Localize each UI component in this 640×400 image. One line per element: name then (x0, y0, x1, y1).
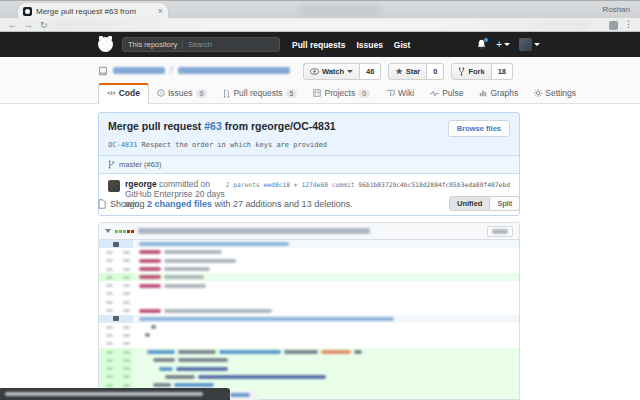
github-logo-icon[interactable] (98, 37, 113, 52)
star-button[interactable]: ★ Star (388, 63, 427, 80)
line-number-blurred (123, 342, 130, 345)
tab-graphs[interactable]: Graphs (471, 84, 526, 103)
tab-wiki-label: Wiki (398, 88, 414, 98)
line-number[interactable] (99, 290, 116, 298)
line-number[interactable] (99, 348, 116, 356)
branch-name[interactable]: master (#63) (119, 160, 162, 169)
code-line-blurred (133, 259, 236, 263)
expand-diff-button[interactable] (99, 240, 133, 248)
fork-count[interactable]: 18 (492, 63, 513, 80)
line-number[interactable] (116, 257, 133, 265)
line-number[interactable] (99, 323, 116, 331)
code-token-blurred (139, 259, 161, 263)
line-number[interactable] (116, 348, 133, 356)
parent2-link[interactable]: 127de60 (301, 181, 328, 188)
fork-button[interactable]: Fork (451, 63, 491, 80)
line-number[interactable] (99, 373, 116, 381)
github-header: This repository Search Pull requests Iss… (0, 32, 640, 57)
nav-pull-requests[interactable]: Pull requests (292, 40, 345, 50)
view-button[interactable] (487, 226, 513, 237)
pr-number-link[interactable]: #63 (204, 120, 222, 132)
line-number[interactable] (116, 306, 133, 314)
tab-close-icon[interactable]: × (158, 7, 163, 16)
line-number[interactable] (116, 340, 133, 348)
repo-name-link-blurred[interactable] (178, 67, 290, 74)
line-number[interactable] (116, 248, 133, 256)
line-number-blurred (106, 309, 113, 312)
line-number[interactable] (116, 265, 133, 273)
nav-gist[interactable]: Gist (394, 40, 411, 50)
line-number[interactable] (99, 331, 116, 339)
code-token-blurred (178, 358, 228, 362)
chrome-menu-icon[interactable]: ⋮ (624, 19, 633, 29)
line-number[interactable] (116, 281, 133, 289)
repo-owner-link-blurred[interactable] (113, 67, 165, 74)
breadcrumb[interactable]: / (98, 65, 290, 76)
collapse-chevron-icon[interactable] (105, 229, 111, 233)
parent1-link[interactable]: eed8c18 (264, 181, 291, 188)
search-input[interactable]: This repository Search (122, 37, 280, 52)
create-new-button[interactable]: + (496, 39, 510, 50)
back-icon[interactable]: ← (8, 19, 17, 31)
tab-pulse[interactable]: Pulse (422, 84, 471, 103)
changed-files-link[interactable]: 2 changed files (147, 199, 212, 209)
line-number[interactable] (116, 273, 133, 281)
line-number[interactable] (116, 331, 133, 339)
browse-files-button[interactable]: Browse files (448, 120, 510, 137)
line-number[interactable] (116, 298, 133, 306)
issue-icon (157, 89, 165, 97)
code-token-blurred (139, 284, 161, 288)
issue-key-link[interactable]: OC-4831 (108, 141, 138, 149)
author-name[interactable]: rgeorge (125, 179, 157, 189)
watch-count[interactable]: 46 (360, 63, 381, 80)
status-url-link-blurred (230, 393, 250, 397)
line-number[interactable] (99, 364, 116, 372)
line-number[interactable] (99, 257, 116, 265)
code-token-blurred (159, 367, 173, 371)
split-button[interactable]: Split (490, 196, 520, 211)
tab-wiki[interactable]: Wiki (378, 84, 422, 103)
extension-icon[interactable] (609, 21, 618, 30)
chrome-profile-name[interactable]: Roshan (602, 5, 630, 14)
line-number[interactable] (116, 290, 133, 298)
line-number[interactable] (99, 248, 116, 256)
line-number[interactable] (116, 356, 133, 364)
unified-button[interactable]: Unified (449, 196, 490, 211)
line-number[interactable] (99, 356, 116, 364)
line-number[interactable] (99, 306, 116, 314)
author-avatar[interactable] (108, 180, 120, 192)
line-number[interactable] (99, 340, 116, 348)
code-line-blurred (133, 267, 210, 271)
file-name-blurred[interactable] (138, 228, 370, 234)
line-number[interactable] (99, 273, 116, 281)
line-number[interactable] (116, 323, 133, 331)
line-number[interactable] (99, 265, 116, 273)
eye-icon (310, 68, 319, 75)
code-token-blurred (174, 383, 214, 387)
line-number[interactable] (116, 373, 133, 381)
tab-issues[interactable]: Issues 0 (149, 84, 215, 103)
notifications-bell-icon[interactable] (476, 39, 487, 50)
tab-settings[interactable]: Settings (526, 84, 584, 103)
nav-issues[interactable]: Issues (356, 40, 382, 50)
tab-projects[interactable]: Projects 0 (305, 84, 378, 103)
code-token-blurred (164, 267, 210, 271)
line-number[interactable] (99, 298, 116, 306)
star-count[interactable]: 0 (427, 63, 444, 80)
diff-rows (99, 240, 519, 400)
user-menu[interactable] (519, 38, 540, 51)
tab-title: Merge pull request #63 from (36, 7, 155, 16)
watch-button[interactable]: Watch (303, 63, 360, 80)
code-token-blurred (147, 350, 175, 354)
expand-diff-button[interactable] (99, 315, 133, 323)
browser-tab[interactable]: Merge pull request #63 from × (18, 3, 168, 19)
tab-code[interactable]: </> Code (98, 83, 149, 104)
line-number[interactable] (99, 281, 116, 289)
projects-icon (313, 89, 321, 97)
address-bar-blurred[interactable] (54, 20, 590, 30)
repo-header: / Watch 46 ★ Star 0 (0, 57, 640, 104)
line-number[interactable] (116, 364, 133, 372)
tab-pull-requests[interactable]: Pull requests 5 (215, 84, 305, 103)
forward-icon[interactable]: → (24, 19, 33, 31)
refresh-icon[interactable]: ↻ (40, 19, 48, 31)
